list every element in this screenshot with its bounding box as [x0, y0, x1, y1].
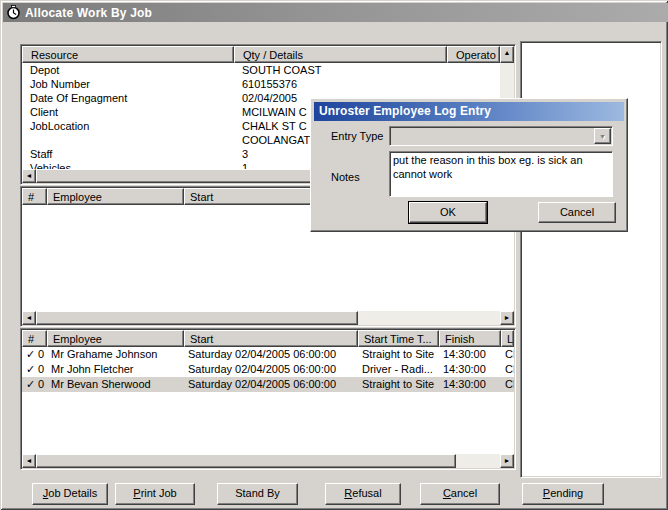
- cell-resource: JobLocation: [22, 119, 234, 133]
- cell-location: CH: [501, 377, 514, 392]
- ok-button[interactable]: OK: [409, 202, 487, 223]
- allocate-work-window: Allocate Work By Job Resource Qty / Deta…: [0, 0, 668, 510]
- scroll-up-icon: ▲: [504, 49, 511, 56]
- scroll-left-icon: ◄: [26, 457, 33, 464]
- scroll-left-button[interactable]: ◄: [22, 454, 36, 468]
- cell-location: CH: [501, 347, 514, 362]
- table-row[interactable]: Job Number610155376: [22, 77, 500, 91]
- cell-start-time-type: Straight to Site: [358, 347, 439, 362]
- cell-finish: 14:30:00: [439, 347, 501, 362]
- cell-resource: Date Of Engagment: [22, 91, 234, 105]
- col-header-employee[interactable]: Employee: [47, 330, 184, 347]
- table-row[interactable]: DepotSOUTH COAST: [22, 63, 500, 77]
- col-header-start-time-type[interactable]: Start Time T...: [358, 330, 439, 347]
- cell-num: ✓0: [22, 377, 47, 392]
- cell-qty: 610155376: [234, 77, 447, 91]
- scroll-left-button[interactable]: ◄: [22, 169, 36, 183]
- window-titlebar[interactable]: Allocate Work By Job: [3, 3, 668, 22]
- col-header-qty-details[interactable]: Qty / Details: [234, 46, 447, 63]
- cell-employee: Mr Grahame Johnson: [47, 347, 184, 362]
- check-icon: ✓: [26, 347, 38, 362]
- scroll-right-icon: ►: [504, 314, 511, 321]
- col-header-location[interactable]: Lo: [501, 330, 514, 347]
- allocated-table-body: ✓0 Mr Grahame Johnson Saturday 02/04/200…: [22, 347, 514, 454]
- table-row[interactable]: ✓0 Mr John Fletcher Saturday 02/04/2005 …: [22, 362, 514, 377]
- print-job-button[interactable]: Print Job: [115, 483, 195, 505]
- scroll-right-icon: ►: [504, 457, 511, 464]
- cell-employee: Mr Bevan Sherwood: [47, 377, 184, 392]
- cell-start: Saturday 02/04/2005 06:00:00: [184, 362, 358, 377]
- allocated-table: # Employee Start Start Time T... Finish …: [20, 328, 516, 470]
- col-header-finish[interactable]: Finish: [439, 330, 501, 347]
- dialog-cancel-button[interactable]: Cancel: [538, 202, 616, 223]
- cell-resource: [22, 133, 234, 147]
- cell-resource: Vehicles: [22, 161, 234, 169]
- cell-resource: Staff: [22, 147, 234, 161]
- col-header-operator[interactable]: Operato: [447, 46, 500, 63]
- scroll-right-button[interactable]: ►: [500, 454, 514, 468]
- cell-finish: 14:30:00: [439, 377, 501, 392]
- scroll-thumb[interactable]: [36, 311, 358, 325]
- cell-resource: Job Number: [22, 77, 234, 91]
- notes-label: Notes: [331, 171, 360, 183]
- check-icon: ✓: [26, 377, 38, 392]
- scroll-thumb[interactable]: [36, 454, 456, 468]
- col-header-employee[interactable]: Employee: [47, 188, 184, 205]
- scroll-left-icon: ◄: [26, 314, 33, 321]
- col-header-start[interactable]: Start: [184, 330, 358, 347]
- entry-type-combobox[interactable]: ▼: [389, 126, 613, 146]
- pending-button[interactable]: Pending: [522, 483, 604, 505]
- dropdown-icon: ▼: [599, 133, 606, 140]
- scroll-track[interactable]: [36, 454, 500, 468]
- job-details-button[interactable]: Job Details: [32, 483, 108, 505]
- col-header-num[interactable]: #: [22, 330, 47, 347]
- table-row-selected[interactable]: ✓0 Mr Bevan Sherwood Saturday 02/04/2005…: [22, 377, 514, 392]
- cell-finish: 14:30:00: [439, 362, 501, 377]
- cell-num: ✓0: [22, 347, 47, 362]
- col-header-num[interactable]: #: [22, 188, 47, 205]
- job-table-header: Resource Qty / Details Operato ▲: [22, 46, 514, 63]
- scroll-right-button[interactable]: ►: [500, 311, 514, 325]
- unroster-dialog: Unroster Employee Log Entry Entry Type ▼…: [310, 98, 628, 232]
- scroll-left-icon: ◄: [26, 172, 33, 179]
- refusal-button[interactable]: Refusal: [325, 483, 401, 505]
- allocated-table-hscrollbar[interactable]: ◄ ►: [22, 454, 514, 468]
- dialog-title: Unroster Employee Log Entry: [319, 104, 491, 118]
- notes-textarea[interactable]: put the reason in this box eg. is sick a…: [389, 151, 613, 197]
- scroll-track[interactable]: [36, 311, 500, 325]
- cell-start: Saturday 02/04/2005 06:00:00: [184, 347, 358, 362]
- entry-type-value: [391, 128, 594, 144]
- window-title: Allocate Work By Job: [25, 6, 152, 20]
- dialog-titlebar[interactable]: Unroster Employee Log Entry: [314, 102, 624, 121]
- allocated-table-header: # Employee Start Start Time T... Finish …: [22, 330, 514, 347]
- clock-icon: [6, 5, 21, 20]
- dropdown-button[interactable]: ▼: [594, 128, 611, 144]
- cell-resource: Depot: [22, 63, 234, 77]
- cell-location: CH: [501, 362, 514, 377]
- cancel-button[interactable]: Cancel: [420, 483, 500, 505]
- table-row[interactable]: ✓0 Mr Grahame Johnson Saturday 02/04/200…: [22, 347, 514, 362]
- cell-start-time-type: Straight to Site: [358, 377, 439, 392]
- roster-table-hscrollbar[interactable]: ◄ ►: [22, 311, 514, 325]
- cell-employee: Mr John Fletcher: [47, 362, 184, 377]
- cell-num: ✓0: [22, 362, 47, 377]
- cell-start: Saturday 02/04/2005 06:00:00: [184, 377, 358, 392]
- cell-qty: SOUTH COAST: [234, 63, 447, 77]
- col-header-resource[interactable]: Resource: [22, 46, 234, 63]
- scroll-up-button[interactable]: ▲: [500, 46, 514, 63]
- scroll-left-button[interactable]: ◄: [22, 311, 36, 325]
- cell-start-time-type: Driver - Radi...: [358, 362, 439, 377]
- stand-by-button[interactable]: Stand By: [217, 483, 298, 505]
- check-icon: ✓: [26, 362, 38, 377]
- entry-type-label: Entry Type: [331, 130, 383, 142]
- cell-resource: Client: [22, 105, 234, 119]
